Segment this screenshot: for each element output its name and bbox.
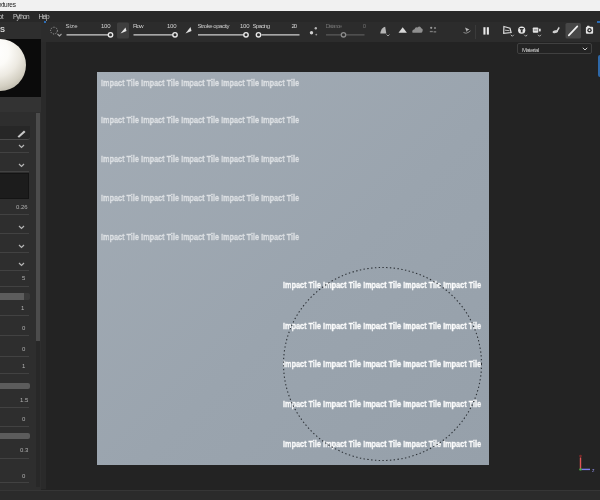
- svg-text:0: 0: [363, 23, 367, 29]
- svg-text:100: 100: [167, 23, 177, 29]
- svg-text:z: z: [592, 467, 595, 473]
- svg-text:Flow: Flow: [133, 23, 144, 29]
- svg-text:100: 100: [240, 23, 250, 29]
- svg-text:Material: Material: [522, 46, 539, 52]
- svg-text:Stroke opacity: Stroke opacity: [198, 23, 230, 29]
- svg-text:Distance: Distance: [326, 23, 343, 29]
- svg-text:Spacing: Spacing: [253, 23, 271, 29]
- svg-text:20: 20: [292, 23, 298, 29]
- svg-text:Python: Python: [13, 12, 30, 20]
- svg-text:100: 100: [101, 23, 111, 29]
- svg-text:xtures: xtures: [0, 1, 17, 8]
- svg-text:Help: Help: [39, 12, 50, 20]
- svg-text:Size: Size: [66, 23, 79, 29]
- svg-text:ot: ot: [0, 12, 4, 19]
